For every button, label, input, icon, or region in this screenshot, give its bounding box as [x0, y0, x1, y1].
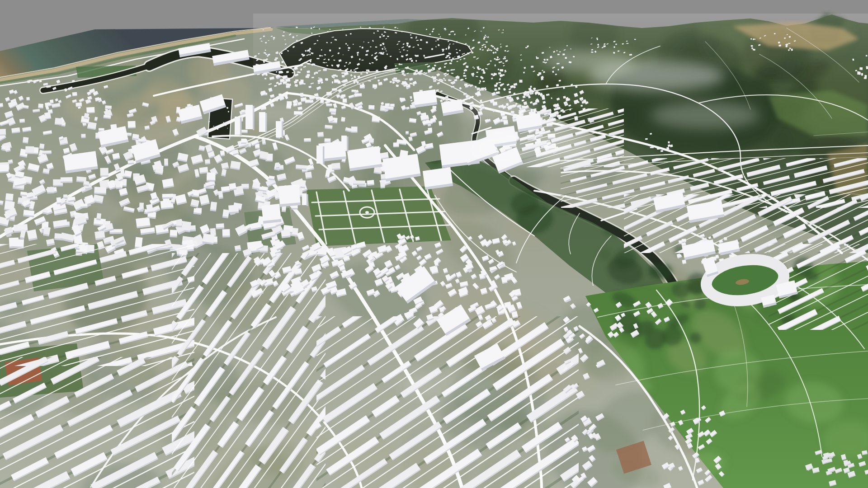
city-3d-render — [0, 0, 868, 488]
horizon-haze — [253, 14, 868, 81]
map-3d-viewport[interactable] — [0, 0, 868, 488]
garden-fountain — [365, 211, 369, 214]
